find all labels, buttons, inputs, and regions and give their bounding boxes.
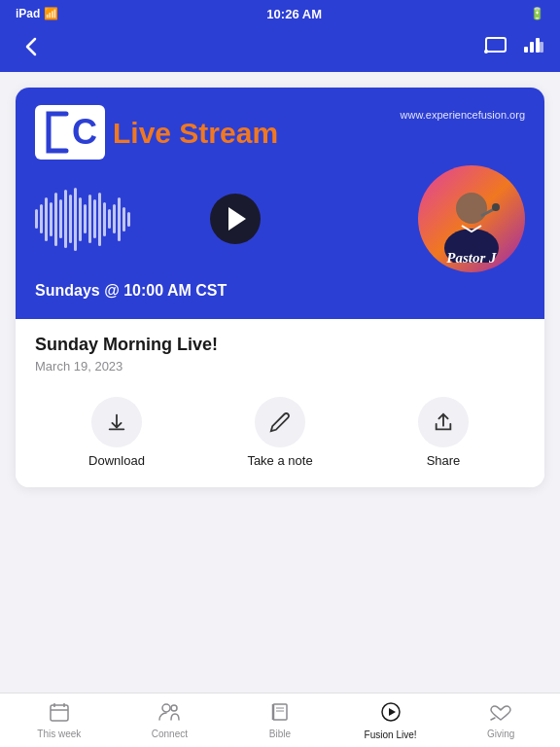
nav-right-icons [484,35,544,59]
tab-bible[interactable]: Bible [225,696,335,745]
tab-bible-label: Bible [269,729,291,739]
note-label: Take a note [247,453,312,468]
share-button[interactable]: Share [404,397,482,468]
back-button[interactable] [16,31,47,62]
tab-giving[interactable]: Giving [445,696,556,745]
calendar-icon [49,702,70,727]
battery-icon: 🔋 [530,7,544,20]
svg-rect-4 [536,38,540,53]
fc-logo: C [35,105,105,160]
tab-fusion-live[interactable]: Fusion Live! [335,695,446,746]
fc-letters: C [72,115,97,150]
cast-icon[interactable] [484,35,508,59]
book-icon [270,702,290,727]
svg-rect-5 [540,42,543,53]
download-label: Download [88,453,145,468]
svg-rect-2 [524,47,528,53]
svg-point-15 [171,705,177,711]
live-stream-title: Live Stream [113,117,278,149]
tab-fusion-live-label: Fusion Live! [365,729,417,740]
giving-icon [489,702,512,727]
share-icon [433,411,454,433]
info-section: Sunday Morning Live! March 19, 2023 Down… [16,319,544,487]
share-label: Share [427,453,461,468]
action-row: Download Take a note [35,393,525,472]
take-note-button[interactable]: Take a note [241,397,319,468]
svg-point-1 [484,50,488,53]
tab-connect-label: Connect [152,729,188,739]
episode-date: March 19, 2023 [35,359,525,374]
svg-rect-0 [486,38,506,52]
people-icon [158,702,181,727]
status-bar: iPad 📶 10:26 AM 🔋 [0,0,560,27]
schedule-text: Sundays @ 10:00 AM CST [35,282,525,303]
share-icon-circle [418,397,469,447]
svg-marker-21 [389,708,396,716]
status-bar-left: iPad 📶 [16,7,58,20]
tab-this-week-label: This week [37,729,81,739]
svg-point-9 [492,203,500,211]
svg-rect-10 [51,705,68,721]
player-header: C Live Stream www.experiencefusion.org [16,88,544,319]
pastor-avatar: Pastor J [418,165,525,272]
player-card: C Live Stream www.experiencefusion.org [16,88,544,487]
tab-bar: This week Connect Bible [0,693,560,747]
svg-rect-3 [530,42,534,53]
pencil-icon [269,411,291,433]
waveform [35,188,200,251]
download-icon [106,411,127,433]
branding-row: C Live Stream [35,105,278,160]
chart-icon[interactable] [523,35,544,59]
download-button[interactable]: Download [78,397,156,468]
tab-giving-label: Giving [487,729,514,739]
carrier-label: iPad [16,7,40,20]
status-bar-time: 10:26 AM [266,7,322,21]
pencil-icon-circle [255,397,305,447]
tab-connect[interactable]: Connect [115,696,226,745]
svg-point-7 [456,193,487,224]
episode-title: Sunday Morning Live! [35,335,525,355]
main-content: C Live Stream www.experiencefusion.org [0,72,560,693]
tab-this-week[interactable]: This week [4,696,115,745]
wifi-icon: 📶 [44,7,58,20]
svg-point-14 [162,704,170,712]
download-icon-circle [91,397,142,447]
status-bar-right: 🔋 [530,7,544,20]
website-url: www.experiencefusion.org [401,109,525,121]
play-button[interactable] [210,194,261,244]
svg-rect-16 [273,704,287,720]
nav-bar [0,27,560,72]
pastor-name-label: Pastor J [418,250,525,267]
play-circle-icon [380,701,402,728]
